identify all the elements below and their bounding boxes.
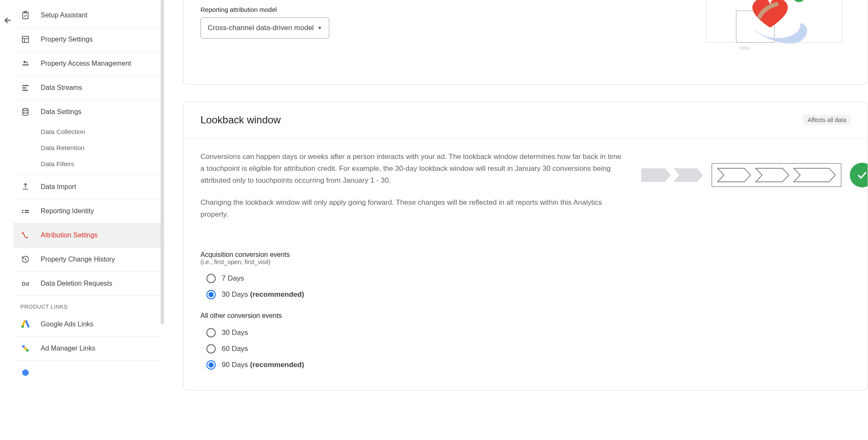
svg-point-3	[23, 61, 26, 64]
sidebar-sub-data-filters[interactable]: Data Filters	[14, 156, 161, 175]
sidebar-label: Data Deletion Requests	[41, 279, 112, 288]
history-icon	[20, 254, 31, 265]
sidebar-label: Property Access Management	[41, 59, 131, 68]
acq-option-30days[interactable]: 30 Days (recommended)	[200, 287, 851, 303]
sidebar-property-settings[interactable]: Property Settings	[14, 27, 161, 51]
sidebar-change-history[interactable]: Property Change History	[14, 247, 161, 271]
google-ads-icon	[20, 319, 31, 329]
svg-point-17	[22, 326, 24, 328]
acquisition-title: Acquisition conversion events	[200, 251, 851, 259]
people-icon	[20, 58, 31, 69]
database-icon	[20, 107, 31, 117]
radio-label: 7 Days	[222, 274, 244, 283]
sidebar-data-streams[interactable]: Data Streams	[14, 75, 161, 100]
lookback-card: Lookback window Affects all data Convers…	[183, 102, 868, 390]
radio-icon	[206, 328, 216, 337]
sidebar-label: Data Settings	[41, 108, 81, 116]
clipboard-check-icon	[20, 10, 31, 20]
radio-icon	[206, 290, 216, 299]
svg-rect-7	[22, 85, 29, 86]
sidebar-label: Reporting Identity	[41, 207, 94, 215]
lookback-options: Acquisition conversion events (i.e., fir…	[184, 248, 868, 390]
lookback-body: Conversions can happen days or weeks aft…	[184, 138, 868, 248]
sidebar: Setup Assistant Property Settings Proper…	[14, 0, 164, 440]
radio-label: 60 Days	[222, 345, 248, 353]
sidebar-label: Property Change History	[41, 255, 115, 264]
main-content: Reporting attribution model Cross-channe…	[164, 0, 868, 440]
bigquery-icon	[20, 368, 31, 378]
caret-down-icon: ▼	[317, 25, 322, 31]
sidebar-google-ads-links[interactable]: Google Ads Links	[14, 312, 161, 336]
check-circle-icon	[850, 163, 868, 187]
other-option-60days[interactable]: 60 Days	[200, 341, 851, 357]
other-option-30days[interactable]: 30 Days	[200, 325, 851, 341]
svg-rect-6	[26, 64, 29, 65]
attribution-icon	[20, 230, 31, 240]
svg-point-4	[26, 61, 28, 63]
sidebar-sub-data-retention[interactable]: Data Retention	[14, 140, 161, 156]
lookback-para-1: Conversions can happen days or weeks aft…	[200, 151, 624, 187]
sidebar-data-deletion[interactable]: Dd Data Deletion Requests	[14, 271, 161, 295]
sidebar-scrollbar[interactable]	[161, 0, 164, 324]
svg-rect-14	[25, 212, 29, 213]
lookback-header: Lookback window Affects all data	[184, 102, 868, 138]
radio-label: 30 Days	[222, 329, 248, 337]
back-arrow[interactable]	[2, 15, 12, 25]
dd-icon: Dd	[20, 278, 31, 289]
svg-rect-13	[25, 210, 29, 211]
affects-all-data-badge: Affects all data	[803, 115, 851, 125]
svg-point-16	[22, 232, 24, 234]
acquisition-sub: (i.e., first_open, first_visit)	[200, 259, 851, 265]
ad-manager-icon	[20, 343, 31, 354]
sidebar-label: Ad Manager Links	[41, 344, 95, 353]
back-arrow-strip	[0, 0, 14, 440]
sidebar-sub-data-collection[interactable]: Data Collection	[14, 124, 161, 140]
upload-icon	[20, 182, 31, 192]
sidebar-property-access[interactable]: Property Access Management	[14, 51, 161, 75]
sidebar-data-import[interactable]: Data Import	[14, 175, 161, 199]
lookback-para-2: Changing the lookback window will only a…	[200, 197, 624, 220]
sidebar-attribution-settings[interactable]: Attribution Settings	[14, 223, 161, 247]
sidebar-label: Property Settings	[41, 35, 93, 44]
sidebar-label: Attribution Settings	[41, 231, 97, 239]
data-streams-icon	[20, 83, 31, 93]
attribution-model-dropdown[interactable]: Cross-channel data-driven model ▼	[200, 17, 329, 39]
radio-icon	[206, 360, 216, 370]
lookback-title: Lookback window	[200, 114, 281, 126]
svg-rect-8	[22, 87, 26, 89]
dropdown-value: Cross-channel data-driven model	[208, 24, 314, 32]
other-events-title: All other conversion events	[200, 312, 851, 320]
other-option-90days[interactable]: 90 Days (recommended)	[200, 357, 851, 373]
layout-icon	[20, 34, 31, 45]
svg-rect-11	[22, 210, 24, 211]
sidebar-label: Data Streams	[41, 84, 82, 92]
svg-rect-9	[22, 90, 28, 91]
sidebar-data-settings[interactable]: Data Settings	[14, 100, 161, 124]
sidebar-label: Google Ads Links	[41, 320, 94, 329]
radio-label: 30 Days (recommended)	[222, 290, 304, 299]
sidebar-reporting-identity[interactable]: Reporting Identity	[14, 199, 161, 223]
radio-icon	[206, 274, 216, 283]
gray-arrows	[641, 168, 703, 182]
sidebar-ad-manager-links[interactable]: Ad Manager Links	[14, 336, 161, 360]
attribution-model-card: Reporting attribution model Cross-channe…	[183, 0, 868, 85]
sidebar-label: Data Import	[41, 183, 76, 191]
sidebar-section-product-links: PRODUCT LINKS	[14, 295, 161, 312]
acq-option-7days[interactable]: 7 Days	[200, 270, 851, 287]
radio-label: 90 Days (recommended)	[222, 361, 304, 369]
sidebar-setup-assistant[interactable]: Setup Assistant	[14, 3, 161, 27]
svg-point-15	[26, 237, 28, 239]
identity-icon	[20, 206, 31, 216]
lookback-description: Conversions can happen days or weeks aft…	[200, 151, 624, 231]
svg-rect-12	[22, 212, 24, 213]
svg-rect-2	[22, 36, 29, 43]
illustration	[698, 0, 851, 68]
svg-point-10	[23, 109, 28, 111]
sidebar-partial-item[interactable]	[14, 360, 161, 378]
sidebar-label: Setup Assistant	[41, 11, 87, 19]
arrow-box	[712, 163, 841, 187]
radio-icon	[206, 344, 216, 354]
lookback-graphic	[641, 151, 868, 187]
